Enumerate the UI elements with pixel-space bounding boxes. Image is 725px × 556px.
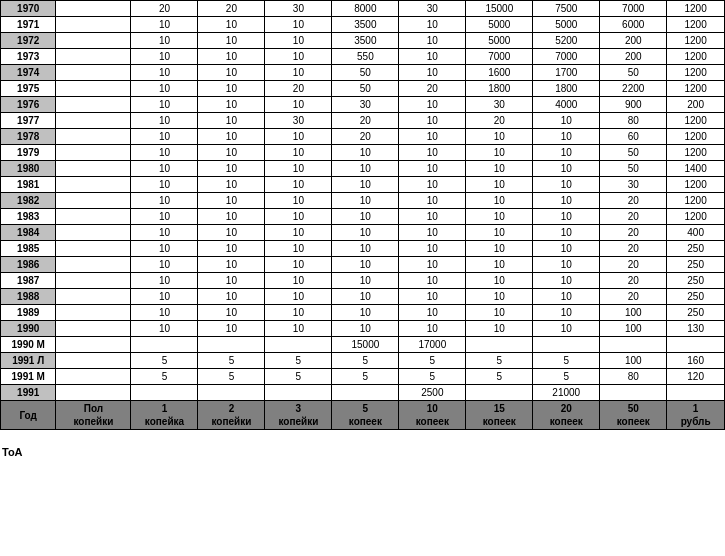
table-cell: 200 bbox=[667, 97, 725, 113]
table-cell bbox=[667, 337, 725, 353]
table-cell: 10 bbox=[265, 17, 332, 33]
table-cell: 400 bbox=[667, 225, 725, 241]
table-cell: 1200 bbox=[667, 209, 725, 225]
table-cell: 10 bbox=[131, 193, 198, 209]
table-cell: 1980 bbox=[1, 161, 56, 177]
table-cell: 10 bbox=[198, 209, 265, 225]
table-cell bbox=[56, 113, 131, 129]
table-cell: 5 bbox=[265, 369, 332, 385]
table-cell: 1200 bbox=[667, 17, 725, 33]
table-cell: 5 bbox=[533, 369, 600, 385]
table-cell bbox=[56, 241, 131, 257]
table-cell: 250 bbox=[667, 289, 725, 305]
table-cell: 1978 bbox=[1, 129, 56, 145]
table-cell: 10 bbox=[131, 129, 198, 145]
table-cell: 10 bbox=[131, 113, 198, 129]
table-cell: 10 bbox=[198, 305, 265, 321]
table-cell: 10 bbox=[265, 33, 332, 49]
table-cell: 6000 bbox=[600, 17, 667, 33]
table-cell: 10 bbox=[332, 177, 399, 193]
table-cell: 5 bbox=[466, 369, 533, 385]
table-cell: 1600 bbox=[466, 65, 533, 81]
table-cell: 50 bbox=[332, 65, 399, 81]
table-cell: 10 bbox=[466, 177, 533, 193]
table-cell: 10 bbox=[265, 145, 332, 161]
table-cell bbox=[56, 97, 131, 113]
table-cell: 10 bbox=[265, 305, 332, 321]
table-cell: 60 bbox=[600, 129, 667, 145]
table-cell bbox=[56, 1, 131, 17]
footer-header-cell: 50копеек bbox=[600, 401, 667, 430]
table-cell: 1200 bbox=[667, 145, 725, 161]
footer-header-cell: 3копейки bbox=[265, 401, 332, 430]
table-cell: 10 bbox=[131, 257, 198, 273]
table-cell bbox=[198, 385, 265, 401]
table-cell: 10 bbox=[466, 257, 533, 273]
table-cell: 10 bbox=[198, 289, 265, 305]
table-cell bbox=[56, 369, 131, 385]
table-cell: 10 bbox=[399, 145, 466, 161]
table-cell: 10 bbox=[131, 273, 198, 289]
table-cell bbox=[56, 353, 131, 369]
table-cell: 5 bbox=[198, 369, 265, 385]
table-cell: 2200 bbox=[600, 81, 667, 97]
table-cell: 100 bbox=[600, 353, 667, 369]
table-cell: 10 bbox=[131, 305, 198, 321]
table-cell: 10 bbox=[533, 273, 600, 289]
table-cell: 1991 М bbox=[1, 369, 56, 385]
table-cell: 10 bbox=[466, 129, 533, 145]
table-cell: 10 bbox=[332, 273, 399, 289]
table-cell: 10 bbox=[265, 193, 332, 209]
table-cell: 1977 bbox=[1, 113, 56, 129]
table-cell: 30 bbox=[600, 177, 667, 193]
table-cell: 50 bbox=[600, 65, 667, 81]
table-cell: 1971 bbox=[1, 17, 56, 33]
table-cell: 1986 bbox=[1, 257, 56, 273]
table-cell: 5 bbox=[198, 353, 265, 369]
table-cell bbox=[265, 337, 332, 353]
table-cell bbox=[56, 161, 131, 177]
table-cell: 10 bbox=[533, 305, 600, 321]
table-cell: 1200 bbox=[667, 33, 725, 49]
table-cell bbox=[198, 337, 265, 353]
table-cell: 250 bbox=[667, 273, 725, 289]
table-cell: 7000 bbox=[466, 49, 533, 65]
table-cell: 20 bbox=[600, 225, 667, 241]
table-cell: 10 bbox=[131, 17, 198, 33]
table-cell: 10 bbox=[399, 177, 466, 193]
table-cell: 10 bbox=[533, 289, 600, 305]
table-cell: 10 bbox=[198, 113, 265, 129]
table-cell: 10 bbox=[399, 113, 466, 129]
table-cell: 1975 bbox=[1, 81, 56, 97]
table-cell: 10 bbox=[198, 129, 265, 145]
table-cell bbox=[332, 385, 399, 401]
table-cell: 20 bbox=[399, 81, 466, 97]
table-cell: 1400 bbox=[667, 161, 725, 177]
table-cell bbox=[56, 321, 131, 337]
table-cell: 1989 bbox=[1, 305, 56, 321]
table-cell: 10 bbox=[131, 177, 198, 193]
table-cell: 5 bbox=[399, 369, 466, 385]
footer-header-cell: 15копеек bbox=[466, 401, 533, 430]
table-cell: 10 bbox=[198, 225, 265, 241]
table-cell: 10 bbox=[265, 257, 332, 273]
table-cell: 1972 bbox=[1, 33, 56, 49]
table-cell: 10 bbox=[533, 241, 600, 257]
table-cell: 10 bbox=[198, 97, 265, 113]
table-cell: 10 bbox=[466, 273, 533, 289]
table-cell: 10 bbox=[198, 177, 265, 193]
table-cell: 10 bbox=[399, 129, 466, 145]
table-cell: 10 bbox=[332, 321, 399, 337]
table-cell: 10 bbox=[332, 241, 399, 257]
table-cell bbox=[56, 193, 131, 209]
table-cell: 30 bbox=[466, 97, 533, 113]
table-cell: 10 bbox=[131, 161, 198, 177]
footer-header-cell: 10копеек bbox=[399, 401, 466, 430]
table-cell: 10 bbox=[466, 193, 533, 209]
table-cell: 1979 bbox=[1, 145, 56, 161]
table-cell: 20 bbox=[265, 81, 332, 97]
table-cell: 30 bbox=[399, 1, 466, 17]
table-cell: 10 bbox=[533, 321, 600, 337]
table-cell: 1200 bbox=[667, 177, 725, 193]
table-cell: 10 bbox=[131, 81, 198, 97]
